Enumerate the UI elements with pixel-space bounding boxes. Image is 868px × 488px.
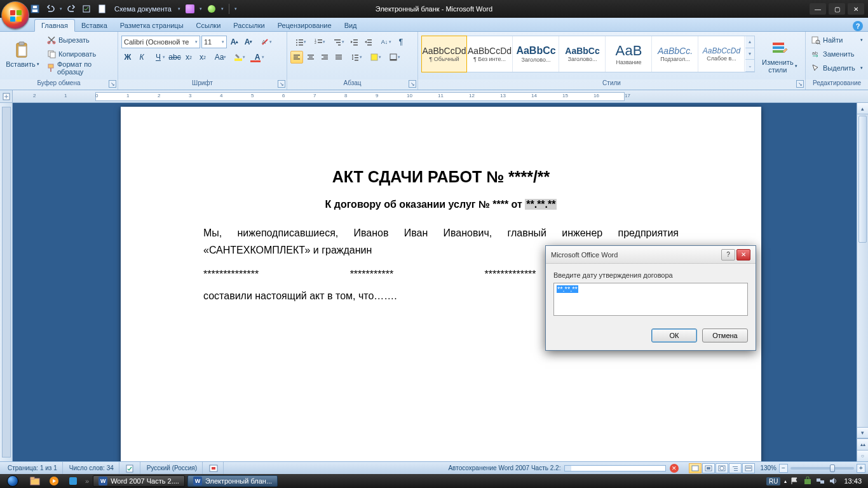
- replace-button[interactable]: abЗаменить: [809, 48, 865, 60]
- increase-indent-button[interactable]: [362, 36, 374, 48]
- style-heading1[interactable]: AaBbCcЗаголово...: [513, 36, 559, 72]
- align-right-button[interactable]: [318, 51, 331, 64]
- scroll-thumb[interactable]: [858, 116, 867, 243]
- borders-button[interactable]: [384, 51, 402, 64]
- tray-clock[interactable]: 13:43: [841, 477, 864, 485]
- gallery-more-icon[interactable]: ⌄: [745, 60, 754, 72]
- scroll-up-icon[interactable]: ▴: [857, 103, 868, 114]
- align-center-button[interactable]: [304, 51, 317, 64]
- align-justify-button[interactable]: [332, 51, 345, 64]
- copy-button[interactable]: Копировать: [44, 48, 114, 60]
- pinned-explorer-icon[interactable]: [25, 474, 44, 488]
- qat-schema-label[interactable]: Схема документа: [112, 5, 174, 13]
- horizontal-ruler[interactable]: /* ticks drawn via spans below */ 321012…: [0, 90, 868, 103]
- tab-view[interactable]: Вид: [338, 20, 363, 31]
- tab-references[interactable]: Ссылки: [190, 20, 227, 31]
- highlight-button[interactable]: [229, 51, 247, 64]
- taskbar-item-1[interactable]: WWord 2007 Часть 2....: [93, 475, 185, 487]
- qat-green-dot-icon[interactable]: [206, 3, 217, 15]
- close-button[interactable]: ✕: [848, 3, 864, 15]
- grow-font-button[interactable]: A▴: [228, 36, 241, 48]
- numbering-button[interactable]: 12: [309, 36, 327, 48]
- status-language[interactable]: Русский (Россия): [142, 462, 203, 474]
- qat-customize-icon[interactable]: ▾: [234, 6, 237, 11]
- dialog-input[interactable]: **.**.**: [553, 283, 748, 316]
- tab-home[interactable]: Главная: [34, 19, 75, 32]
- tab-mailings[interactable]: Рассылки: [227, 20, 271, 31]
- font-size-combo[interactable]: 11▾: [201, 36, 227, 48]
- vertical-scrollbar[interactable]: ▴ ▾ ▴▴○▾▾: [857, 103, 868, 461]
- italic-button[interactable]: К: [135, 51, 148, 64]
- tray-network-icon[interactable]: [816, 477, 825, 485]
- cut-button[interactable]: Вырезать: [44, 34, 114, 46]
- change-styles-button[interactable]: Изменить стили▾: [757, 36, 802, 78]
- tray-safe-icon[interactable]: [803, 477, 812, 485]
- minimize-button[interactable]: —: [810, 3, 826, 15]
- format-painter-button[interactable]: Формат по образцу: [44, 62, 114, 74]
- style-heading2[interactable]: AaBbCcЗаголово...: [560, 36, 606, 72]
- dialog-help-button[interactable]: ?: [721, 249, 735, 261]
- styles-gallery[interactable]: AaBbCcDd¶ Обычный AaBbCcDd¶ Без инте... …: [421, 36, 755, 72]
- view-full-screen[interactable]: [702, 463, 715, 473]
- style-normal[interactable]: AaBbCcDd¶ Обычный: [421, 36, 467, 72]
- view-web[interactable]: [715, 463, 728, 473]
- browse-object-icon[interactable]: ○: [857, 450, 868, 461]
- tray-flag-icon[interactable]: [790, 477, 799, 485]
- strike-button[interactable]: abc: [168, 51, 181, 64]
- qat-undo-icon[interactable]: [44, 3, 56, 15]
- shading-button[interactable]: [365, 51, 383, 64]
- start-button[interactable]: [0, 474, 25, 488]
- font-color-button[interactable]: A: [248, 51, 266, 64]
- clipboard-launcher[interactable]: ↘: [109, 80, 116, 88]
- paste-button[interactable]: Вставить▾: [3, 34, 42, 76]
- style-subtle[interactable]: AaBbCcDdСлабое в...: [699, 36, 745, 72]
- gallery-up-icon[interactable]: ▴: [745, 36, 754, 48]
- status-proof-icon[interactable]: [121, 462, 140, 474]
- autosave-cancel-icon[interactable]: ✕: [670, 464, 679, 473]
- gallery-down-icon[interactable]: ▾: [745, 48, 754, 60]
- zoom-value[interactable]: 130%: [760, 464, 776, 471]
- tab-page-layout[interactable]: Разметка страницы: [114, 20, 190, 31]
- line-spacing-button[interactable]: [346, 51, 364, 64]
- ruler-corner[interactable]: [0, 90, 13, 102]
- status-words[interactable]: Число слов: 34: [64, 462, 119, 474]
- style-subtitle[interactable]: AaBbCc.Подзагол...: [653, 36, 698, 72]
- pinned-misc-icon[interactable]: [64, 474, 83, 488]
- status-page[interactable]: Страница: 1 из 1: [3, 462, 63, 474]
- qat-doc-icon[interactable]: [97, 3, 108, 15]
- help-button[interactable]: ?: [853, 21, 863, 31]
- dialog-close-button[interactable]: ✕: [736, 249, 750, 261]
- view-draft[interactable]: [742, 463, 755, 473]
- decrease-indent-button[interactable]: [348, 36, 360, 48]
- font-name-combo[interactable]: Calibri (Основной те▾: [121, 36, 200, 48]
- dialog-titlebar[interactable]: Microsoft Office Word ? ✕: [546, 246, 756, 264]
- styles-launcher[interactable]: ↘: [796, 80, 804, 88]
- clear-format-button[interactable]: A: [256, 36, 274, 48]
- qat-save-icon[interactable]: [29, 3, 41, 15]
- superscript-button[interactable]: x2: [196, 51, 209, 64]
- tray-volume-icon[interactable]: [829, 477, 837, 485]
- status-macro-icon[interactable]: [204, 462, 224, 474]
- show-marks-button[interactable]: ¶: [395, 36, 407, 48]
- view-outline[interactable]: [729, 463, 742, 473]
- qat-redo-icon[interactable]: [66, 3, 78, 15]
- pinned-media-icon[interactable]: [44, 474, 64, 488]
- font-launcher[interactable]: ↘: [278, 80, 285, 88]
- bullets-button[interactable]: [290, 36, 308, 48]
- multilevel-button[interactable]: [329, 36, 346, 48]
- bold-button[interactable]: Ж: [121, 51, 134, 64]
- office-button[interactable]: [1, 1, 29, 29]
- change-case-button[interactable]: Aa: [210, 51, 228, 64]
- qat-shape-icon[interactable]: [184, 3, 196, 15]
- zoom-out-button[interactable]: −: [779, 464, 788, 473]
- tab-review[interactable]: Рецензирование: [271, 20, 338, 31]
- subscript-button[interactable]: x2: [182, 51, 195, 64]
- tray-language[interactable]: RU: [766, 477, 780, 485]
- dialog-cancel-button[interactable]: Отмена: [702, 329, 748, 342]
- tray-up-icon[interactable]: ▴: [784, 478, 787, 484]
- align-left-button[interactable]: [290, 51, 303, 64]
- sort-button[interactable]: A↓: [376, 36, 393, 48]
- paragraph-launcher[interactable]: ↘: [409, 80, 416, 88]
- prev-page-icon[interactable]: ▴▴: [857, 438, 868, 450]
- underline-button[interactable]: Ч: [149, 51, 167, 64]
